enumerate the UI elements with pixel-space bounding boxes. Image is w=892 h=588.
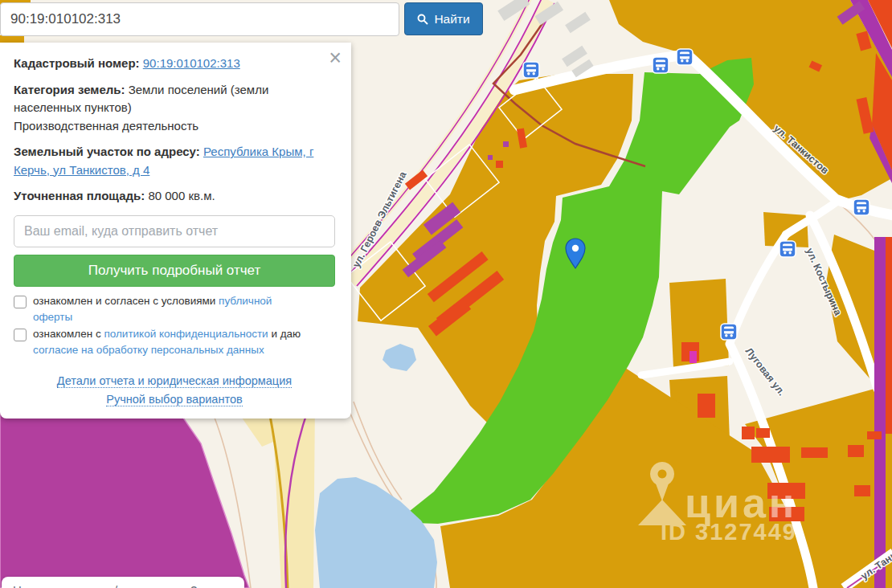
get-report-button[interactable]: Получить подробный отчет <box>14 255 335 287</box>
privacy-consent-text-part1: ознакомлен с <box>33 328 104 340</box>
watermark-id: ID 3127449 <box>661 519 797 545</box>
address-row: Земельный участок по адресу: Республика … <box>14 143 315 179</box>
category-label: Категория земель: <box>14 83 125 96</box>
consent-checkboxes: ознакомлен и согласен с условиями публич… <box>14 293 335 359</box>
bus-stop-icon[interactable] <box>653 57 669 73</box>
bus-stop-icon[interactable] <box>721 324 737 340</box>
area-value: 80 000 кв.м. <box>148 189 215 202</box>
report-details-link[interactable]: Детали отчета и юридическая информация <box>57 374 292 388</box>
map-search-hint[interactable]: Не нашли участок/дом на карте? <box>2 577 244 588</box>
cadastral-map-page: ул. Героев Эльтигена ул. Танкистов ул. К… <box>0 0 892 588</box>
bus-stop-icon[interactable] <box>523 62 539 78</box>
category-row: Категория земель: Земли поселений (земли… <box>14 81 283 136</box>
map-search-hint-text: Не нашли участок/дом на карте? <box>13 583 197 588</box>
cadastral-number-label: Кадастровый номер: <box>14 56 140 70</box>
search-button[interactable]: Найти <box>404 2 483 35</box>
personal-data-link[interactable]: согласие на обработку персональных данны… <box>33 344 264 356</box>
parcel-info-panel: × Кадастровый номер: 90:19:010102:313 Ка… <box>0 43 351 419</box>
offer-consent-text: ознакомлен и согласен с условиями публич… <box>33 293 310 326</box>
bus-stop-icon[interactable] <box>779 241 796 257</box>
offer-consent-checkbox[interactable] <box>14 296 27 308</box>
privacy-consent-row: ознакомлен с политикой конфиденциальност… <box>14 326 335 359</box>
cadastral-number-link[interactable]: 90:19:010102:313 <box>143 56 240 70</box>
offer-consent-text-part: ознакомлен и согласен с условиями <box>33 295 219 307</box>
email-field[interactable] <box>14 215 335 247</box>
cadastral-search-input[interactable] <box>0 2 399 36</box>
search-icon <box>417 14 428 25</box>
bus-stop-icon[interactable] <box>853 199 869 215</box>
privacy-consent-text-part2: и даю <box>268 328 301 340</box>
area-row: Уточненная площадь: 80 000 кв.м. <box>14 187 335 206</box>
offer-consent-row: ознакомлен и согласен с условиями публич… <box>14 293 335 326</box>
bus-stop-icon[interactable] <box>677 49 693 65</box>
panel-footer-links: Детали отчета и юридическая информация Р… <box>14 372 335 409</box>
area-label: Уточненная площадь: <box>14 189 145 202</box>
privacy-consent-checkbox[interactable] <box>14 329 27 341</box>
cadastral-number-row: Кадастровый номер: 90:19:010102:313 <box>14 55 335 73</box>
search-button-label: Найти <box>434 12 469 27</box>
category-extra: Производственная деятельность <box>14 117 283 136</box>
close-icon[interactable]: × <box>329 47 342 69</box>
address-label: Земельный участок по адресу: <box>14 145 200 158</box>
manual-select-link[interactable]: Ручной выбор вариантов <box>106 393 242 406</box>
privacy-policy-link[interactable]: политикой конфиденциальности <box>104 328 268 340</box>
privacy-consent-text: ознакомлен с политикой конфиденциальност… <box>33 326 310 359</box>
